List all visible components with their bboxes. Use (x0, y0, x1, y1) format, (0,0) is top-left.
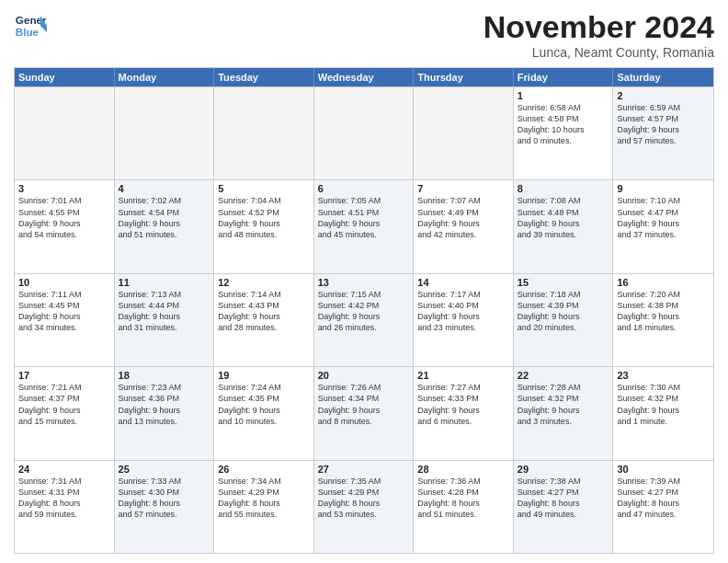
cal-row-0: 1Sunrise: 6:58 AM Sunset: 4:58 PM Daylig… (15, 86, 713, 179)
cal-row-2: 10Sunrise: 7:11 AM Sunset: 4:45 PM Dayli… (15, 273, 713, 366)
cal-row-1: 3Sunrise: 7:01 AM Sunset: 4:55 PM Daylig… (15, 179, 713, 272)
calendar-body: 1Sunrise: 6:58 AM Sunset: 4:58 PM Daylig… (15, 86, 713, 553)
cal-cell: 2Sunrise: 6:59 AM Sunset: 4:57 PM Daylig… (613, 87, 713, 179)
day-number: 11 (119, 277, 210, 288)
day-info: Sunrise: 7:28 AM Sunset: 4:32 PM Dayligh… (518, 382, 609, 427)
cal-cell: 3Sunrise: 7:01 AM Sunset: 4:55 PM Daylig… (15, 180, 115, 272)
day-info: Sunrise: 7:21 AM Sunset: 4:37 PM Dayligh… (18, 382, 110, 427)
cal-cell: 6Sunrise: 7:05 AM Sunset: 4:51 PM Daylig… (314, 180, 415, 272)
day-number: 19 (218, 370, 310, 381)
cal-cell: 16Sunrise: 7:20 AM Sunset: 4:38 PM Dayli… (613, 274, 713, 366)
cal-cell: 29Sunrise: 7:38 AM Sunset: 4:27 PM Dayli… (514, 461, 614, 553)
cal-cell: 24Sunrise: 7:31 AM Sunset: 4:31 PM Dayli… (15, 461, 115, 553)
month-title: November 2024 (483, 9, 714, 45)
cal-cell: 14Sunrise: 7:17 AM Sunset: 4:40 PM Dayli… (414, 274, 514, 366)
cal-cell: 30Sunrise: 7:39 AM Sunset: 4:27 PM Dayli… (613, 461, 713, 553)
col-header-monday: Monday (115, 68, 215, 86)
cal-cell: 22Sunrise: 7:28 AM Sunset: 4:32 PM Dayli… (514, 367, 614, 459)
location: Lunca, Neamt County, Romania (483, 45, 714, 60)
cal-cell (214, 87, 314, 179)
day-number: 26 (218, 464, 310, 475)
day-info: Sunrise: 7:38 AM Sunset: 4:27 PM Dayligh… (518, 476, 609, 521)
day-info: Sunrise: 7:11 AM Sunset: 4:45 PM Dayligh… (18, 289, 110, 334)
day-number: 3 (18, 183, 110, 194)
cal-cell (115, 87, 215, 179)
day-number: 30 (617, 464, 710, 475)
day-info: Sunrise: 7:13 AM Sunset: 4:44 PM Dayligh… (119, 289, 210, 334)
cal-cell: 21Sunrise: 7:27 AM Sunset: 4:33 PM Dayli… (414, 367, 514, 459)
day-info: Sunrise: 7:34 AM Sunset: 4:29 PM Dayligh… (218, 476, 310, 521)
day-number: 29 (518, 464, 609, 475)
day-number: 7 (417, 183, 509, 194)
day-number: 23 (617, 370, 710, 381)
day-info: Sunrise: 7:26 AM Sunset: 4:34 PM Dayligh… (318, 382, 410, 427)
day-info: Sunrise: 7:18 AM Sunset: 4:39 PM Dayligh… (518, 289, 609, 334)
day-info: Sunrise: 7:33 AM Sunset: 4:30 PM Dayligh… (119, 476, 210, 521)
day-number: 14 (417, 277, 509, 288)
cal-cell: 19Sunrise: 7:24 AM Sunset: 4:35 PM Dayli… (214, 367, 314, 459)
cal-cell: 27Sunrise: 7:35 AM Sunset: 4:29 PM Dayli… (314, 461, 415, 553)
day-number: 22 (518, 370, 609, 381)
day-info: Sunrise: 7:14 AM Sunset: 4:43 PM Dayligh… (218, 289, 310, 334)
header: General Blue November 2024 Lunca, Neamt … (14, 9, 714, 60)
day-number: 17 (18, 370, 110, 381)
day-number: 8 (518, 183, 609, 194)
day-info: Sunrise: 7:23 AM Sunset: 4:36 PM Dayligh… (119, 382, 210, 427)
day-info: Sunrise: 7:15 AM Sunset: 4:42 PM Dayligh… (318, 289, 410, 334)
day-info: Sunrise: 7:05 AM Sunset: 4:51 PM Dayligh… (318, 195, 410, 240)
title-area: November 2024 Lunca, Neamt County, Roman… (483, 9, 714, 60)
day-number: 27 (318, 464, 410, 475)
cal-cell: 1Sunrise: 6:58 AM Sunset: 4:58 PM Daylig… (514, 87, 614, 179)
svg-text:Blue: Blue (16, 26, 40, 38)
cal-cell: 10Sunrise: 7:11 AM Sunset: 4:45 PM Dayli… (15, 274, 115, 366)
day-number: 25 (119, 464, 210, 475)
day-number: 12 (218, 277, 310, 288)
cal-cell (15, 87, 115, 179)
day-number: 13 (318, 277, 410, 288)
day-info: Sunrise: 7:35 AM Sunset: 4:29 PM Dayligh… (318, 476, 410, 521)
day-info: Sunrise: 7:07 AM Sunset: 4:49 PM Dayligh… (417, 195, 509, 240)
day-number: 15 (518, 277, 609, 288)
page: General Blue November 2024 Lunca, Neamt … (0, 0, 728, 563)
day-info: Sunrise: 7:01 AM Sunset: 4:55 PM Dayligh… (18, 195, 110, 240)
day-number: 28 (417, 464, 509, 475)
logo-icon: General Blue (14, 9, 47, 42)
day-info: Sunrise: 7:04 AM Sunset: 4:52 PM Dayligh… (218, 195, 310, 240)
day-number: 21 (417, 370, 509, 381)
day-number: 16 (617, 277, 710, 288)
day-number: 9 (617, 183, 710, 194)
cal-cell: 26Sunrise: 7:34 AM Sunset: 4:29 PM Dayli… (214, 461, 314, 553)
col-header-saturday: Saturday (613, 68, 713, 86)
cal-cell: 23Sunrise: 7:30 AM Sunset: 4:32 PM Dayli… (613, 367, 713, 459)
cal-row-4: 24Sunrise: 7:31 AM Sunset: 4:31 PM Dayli… (15, 460, 713, 553)
cal-cell: 8Sunrise: 7:08 AM Sunset: 4:48 PM Daylig… (514, 180, 614, 272)
col-header-tuesday: Tuesday (214, 68, 314, 86)
cal-cell: 12Sunrise: 7:14 AM Sunset: 4:43 PM Dayli… (214, 274, 314, 366)
cal-cell: 28Sunrise: 7:36 AM Sunset: 4:28 PM Dayli… (414, 461, 514, 553)
day-info: Sunrise: 7:17 AM Sunset: 4:40 PM Dayligh… (417, 289, 509, 334)
day-info: Sunrise: 7:36 AM Sunset: 4:28 PM Dayligh… (417, 476, 509, 521)
day-number: 2 (617, 90, 710, 101)
day-info: Sunrise: 6:58 AM Sunset: 4:58 PM Dayligh… (518, 102, 609, 147)
col-header-thursday: Thursday (414, 68, 514, 86)
day-number: 24 (18, 464, 110, 475)
cal-cell: 18Sunrise: 7:23 AM Sunset: 4:36 PM Dayli… (115, 367, 215, 459)
cal-row-3: 17Sunrise: 7:21 AM Sunset: 4:37 PM Dayli… (15, 366, 713, 459)
calendar-header: SundayMondayTuesdayWednesdayThursdayFrid… (15, 68, 713, 86)
day-info: Sunrise: 6:59 AM Sunset: 4:57 PM Dayligh… (617, 102, 710, 147)
cal-cell: 9Sunrise: 7:10 AM Sunset: 4:47 PM Daylig… (613, 180, 713, 272)
day-info: Sunrise: 7:39 AM Sunset: 4:27 PM Dayligh… (617, 476, 710, 521)
day-info: Sunrise: 7:31 AM Sunset: 4:31 PM Dayligh… (18, 476, 110, 521)
cal-cell (314, 87, 415, 179)
col-header-sunday: Sunday (15, 68, 115, 86)
day-number: 4 (119, 183, 210, 194)
col-header-wednesday: Wednesday (314, 68, 415, 86)
day-number: 6 (318, 183, 410, 194)
cal-cell: 11Sunrise: 7:13 AM Sunset: 4:44 PM Dayli… (115, 274, 215, 366)
day-info: Sunrise: 7:10 AM Sunset: 4:47 PM Dayligh… (617, 195, 710, 240)
svg-marker-3 (40, 26, 47, 32)
cal-cell: 7Sunrise: 7:07 AM Sunset: 4:49 PM Daylig… (414, 180, 514, 272)
cal-cell: 25Sunrise: 7:33 AM Sunset: 4:30 PM Dayli… (115, 461, 215, 553)
day-info: Sunrise: 7:24 AM Sunset: 4:35 PM Dayligh… (218, 382, 310, 427)
col-header-friday: Friday (514, 68, 614, 86)
